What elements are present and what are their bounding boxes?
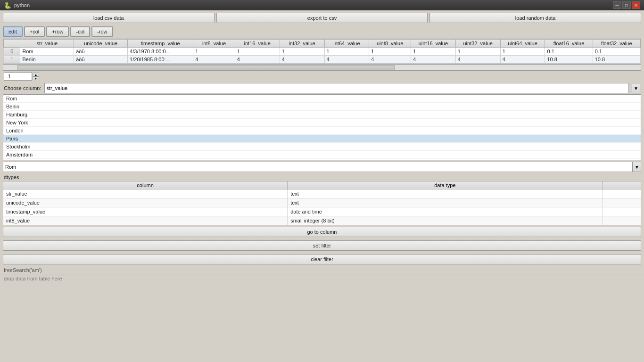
cell-timestamp_value[interactable]: 4/3/1970 8:00:0... <box>128 48 193 56</box>
horizontal-scrollbar[interactable] <box>3 64 641 71</box>
go-to-column-button[interactable]: go to column <box>3 227 641 237</box>
dtype-cell-empty <box>603 216 641 225</box>
cell-uint8_value[interactable]: 4 <box>369 56 411 64</box>
add-col-button[interactable]: +col <box>24 26 45 37</box>
top-buttons: load csv data export to csv load random … <box>0 10 644 25</box>
set-filter-button[interactable]: set filter <box>3 240 641 251</box>
choose-column-row: Choose column: ▼ <box>0 82 644 94</box>
cell-idx[interactable]: 1 <box>4 56 20 64</box>
list-item[interactable]: Rom <box>3 95 641 103</box>
dtypes-col-header-empty <box>603 181 641 189</box>
col-header-uint16-value[interactable]: uint16_value <box>411 40 455 48</box>
cell-timestamp_value[interactable]: 1/20/1985 8:00:... <box>128 56 193 64</box>
list-item[interactable]: Amsterdam <box>3 151 641 159</box>
filter-dropdown-button[interactable]: ▼ <box>633 162 641 172</box>
cell-uint8_value[interactable]: 1 <box>369 48 411 56</box>
spin-up-button[interactable]: ▲ <box>33 73 39 76</box>
dtypes-col-header-column[interactable]: column <box>3 181 288 189</box>
cell-uint32_value[interactable]: 4 <box>455 56 500 64</box>
dtype-cell-dtype: small integer (8 bit) <box>288 216 603 225</box>
table-row[interactable]: 0Romäöü4/3/1970 8:00:0...111111110.10.1 <box>4 48 641 56</box>
dtype-cell-column: int8_value <box>3 216 288 225</box>
dtype-row: str_valuetext <box>3 189 641 198</box>
cell-int32_value[interactable]: 4 <box>280 56 324 64</box>
cell-float32_value[interactable]: 10.8 <box>593 56 640 64</box>
spin-down-button[interactable]: ▼ <box>33 76 39 80</box>
filter-select-row: ▼ <box>0 160 644 173</box>
del-row-button[interactable]: -row <box>91 26 113 37</box>
values-list[interactable]: RomBerlinHamburgNew YorkLondonParisStock… <box>3 94 641 160</box>
go-to-column-row: go to column <box>0 225 644 239</box>
row-index-spinners: ▲ ▼ <box>33 73 39 80</box>
cell-float16_value[interactable]: 10.8 <box>545 56 593 64</box>
col-header-float32-value[interactable]: float32_value <box>593 40 640 48</box>
cell-int16_value[interactable]: 1 <box>235 48 280 56</box>
cell-int8_value[interactable]: 1 <box>193 48 235 56</box>
list-item[interactable]: Paris <box>3 135 641 143</box>
column-select-input[interactable] <box>44 83 629 93</box>
clear-filter-button[interactable]: clear filter <box>3 254 641 264</box>
cell-float32_value[interactable]: 0.1 <box>593 48 640 56</box>
col-header-timestamp-value[interactable]: timestamp_value <box>128 40 193 48</box>
col-header-unicode-value[interactable]: unicode_value <box>74 40 128 48</box>
load-random-button[interactable]: load random data <box>429 13 641 23</box>
cell-unicode_value[interactable]: äöü <box>74 48 128 56</box>
list-item[interactable]: London <box>3 127 641 135</box>
load-csv-button[interactable]: load csv data <box>3 13 215 23</box>
cell-int16_value[interactable]: 4 <box>235 56 280 64</box>
dtype-cell-dtype: text <box>288 189 603 198</box>
col-header-uint8-value[interactable]: uint8_value <box>369 40 411 48</box>
cell-uint64_value[interactable]: 1 <box>500 48 545 56</box>
minimize-button[interactable]: ─ <box>613 1 621 9</box>
cell-uint16_value[interactable]: 1 <box>411 48 455 56</box>
cell-uint16_value[interactable]: 4 <box>411 56 455 64</box>
col-header-uint32-value[interactable]: uint32_value <box>455 40 500 48</box>
col-header-idx[interactable] <box>4 40 20 48</box>
dtypes-body: str_valuetextunicode_valuetexttimestamp_… <box>3 189 641 225</box>
edit-button[interactable]: edit <box>3 26 23 37</box>
row-index-input[interactable] <box>4 72 32 81</box>
titlebar-title: python <box>14 2 30 8</box>
cell-int64_value[interactable]: 4 <box>324 56 369 64</box>
cell-float16_value[interactable]: 0.1 <box>545 48 593 56</box>
list-item[interactable]: Hamburg <box>3 111 641 119</box>
add-row-button[interactable]: +row <box>46 26 69 37</box>
cell-unicode_value[interactable]: äöü <box>74 56 128 64</box>
table-row[interactable]: 1Berlinäöü1/20/1985 8:00:...4444444410.8… <box>4 56 641 64</box>
cell-idx[interactable]: 0 <box>4 48 20 56</box>
cell-str_value[interactable]: Rom <box>20 48 74 56</box>
dtype-cell-column: str_value <box>3 189 288 198</box>
data-table: str_value unicode_value timestamp_value … <box>3 39 641 64</box>
list-item[interactable]: Berlin <box>3 103 641 111</box>
data-table-container: str_value unicode_value timestamp_value … <box>3 39 641 64</box>
col-header-str-value[interactable]: str_value <box>20 40 74 48</box>
list-item[interactable]: New York <box>3 119 641 127</box>
cell-int8_value[interactable]: 4 <box>193 56 235 64</box>
dtype-cell-dtype: text <box>288 198 603 207</box>
col-header-uint64-value[interactable]: uint64_value <box>500 40 545 48</box>
dtype-row: int8_valuesmall integer (8 bit) <box>3 216 641 225</box>
maximize-button[interactable]: □ <box>622 1 631 9</box>
cell-uint32_value[interactable]: 1 <box>455 48 500 56</box>
column-dropdown-button[interactable]: ▼ <box>632 83 640 93</box>
col-header-int16-value[interactable]: int16_value <box>235 40 280 48</box>
dtype-row: unicode_valuetext <box>3 198 641 207</box>
cell-int64_value[interactable]: 1 <box>324 48 369 56</box>
scrollbar-thumb[interactable] <box>17 65 395 71</box>
list-item[interactable]: Stockholm <box>3 143 641 151</box>
drop-zone[interactable]: drop data from table here <box>0 274 644 283</box>
dtypes-col-header-datatype[interactable]: data type <box>288 181 603 189</box>
col-header-int64-value[interactable]: int64_value <box>324 40 369 48</box>
cell-uint64_value[interactable]: 4 <box>500 56 545 64</box>
filter-select-input[interactable] <box>3 162 633 172</box>
export-csv-button[interactable]: export to csv <box>216 13 428 23</box>
col-header-int8-value[interactable]: int8_value <box>193 40 235 48</box>
col-header-float16-value[interactable]: float16_value <box>545 40 593 48</box>
dtype-cell-empty <box>603 189 641 198</box>
col-header-int32-value[interactable]: int32_value <box>280 40 324 48</box>
cell-int32_value[interactable]: 1 <box>280 48 324 56</box>
del-col-button[interactable]: -col <box>70 26 90 37</box>
clear-filter-row: clear filter <box>0 253 644 266</box>
close-button[interactable]: ✕ <box>632 1 640 9</box>
cell-str_value[interactable]: Berlin <box>20 56 74 64</box>
